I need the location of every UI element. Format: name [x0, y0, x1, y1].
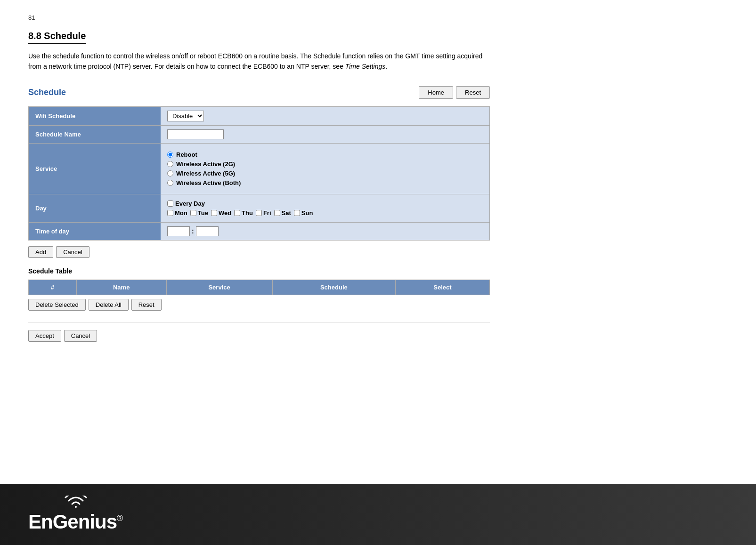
time-of-day-value-cell: : [161, 223, 489, 240]
delete-selected-button[interactable]: Delete Selected [28, 299, 86, 311]
every-day-label[interactable]: Every Day [167, 200, 205, 207]
col-schedule: Schedule [272, 280, 395, 295]
footer: EnGenius ® [0, 484, 756, 545]
table-reset-button[interactable]: Reset [131, 299, 162, 311]
service-wirelessboth-radio[interactable] [167, 180, 173, 186]
service-reboot-label: Reboot [176, 151, 197, 158]
logo-brand-text: EnGenius [28, 511, 117, 533]
accept-button[interactable]: Accept [28, 330, 61, 342]
table-action-buttons: Delete Selected Delete All Reset [28, 299, 490, 311]
schedule-name-value-cell [161, 126, 489, 143]
service-wireless-5g-label: Wireless Active (5G) [176, 170, 235, 177]
schedule-name-row: Schedule Name [29, 126, 489, 144]
every-day-checkbox[interactable] [167, 200, 173, 207]
sat-label[interactable]: Sat [274, 209, 291, 216]
fri-text: Fri [263, 209, 271, 216]
schedule-form: Wifi Schedule Disable Enable Schedule Na… [28, 106, 490, 240]
time-separator: : [192, 227, 194, 235]
time-hour-input[interactable] [167, 226, 190, 236]
thu-label[interactable]: Thu [234, 209, 253, 216]
wed-checkbox[interactable] [211, 210, 217, 216]
sat-text: Sat [282, 209, 291, 216]
days-row: Mon Tue Wed [167, 209, 483, 216]
mon-checkbox[interactable] [167, 210, 173, 216]
page-number: 81 [28, 14, 728, 21]
schedule-name-input[interactable] [167, 129, 224, 139]
col-select: Select [396, 280, 490, 295]
day-label: Day [29, 194, 161, 222]
every-day-row: Every Day [167, 200, 483, 207]
sun-text: Sun [301, 209, 313, 216]
form-cancel-button[interactable]: Cancel [56, 246, 89, 258]
service-wireless-2g-option[interactable]: Wireless Active (2G) [167, 160, 241, 168]
intro-link: Time Settings [345, 63, 385, 70]
service-label: Service [29, 144, 161, 194]
section-heading: 8.8 Schedule [28, 31, 86, 44]
schedule-table-header-row: # Name Service Schedule Select [29, 280, 490, 295]
divider [28, 322, 490, 322]
day-checkbox-group: Every Day Mon Tue [167, 198, 483, 218]
intro-text-end: . [385, 63, 387, 70]
day-value-cell: Every Day Mon Tue [161, 194, 489, 222]
service-wireless-both-option[interactable]: Wireless Active (Both) [167, 179, 241, 186]
time-of-day-label: Time of day [29, 223, 161, 240]
service-wireless-2g-label: Wireless Active (2G) [176, 160, 235, 168]
home-button[interactable]: Home [419, 86, 453, 99]
time-inputs: : [167, 226, 219, 236]
thu-text: Thu [242, 209, 253, 216]
bottom-cancel-button[interactable]: Cancel [64, 330, 97, 342]
schedule-name-label: Schedule Name [29, 126, 161, 143]
mon-label[interactable]: Mon [167, 209, 187, 216]
header-buttons: Home Reset [419, 86, 490, 99]
fri-checkbox[interactable] [256, 210, 262, 216]
content-area: 81 8.8 Schedule Use the schedule functio… [0, 0, 756, 484]
logo-registered: ® [117, 513, 123, 523]
service-radio-group: Reboot Wireless Active (2G) Wireless Act… [167, 147, 241, 190]
tue-label[interactable]: Tue [190, 209, 208, 216]
service-wireless5g-radio[interactable] [167, 170, 173, 176]
fri-label[interactable]: Fri [256, 209, 271, 216]
time-minute-input[interactable] [196, 226, 219, 236]
bottom-buttons: Accept Cancel [28, 330, 490, 342]
service-wireless-both-label: Wireless Active (Both) [176, 179, 241, 186]
delete-all-button[interactable]: Delete All [89, 299, 129, 311]
sun-label[interactable]: Sun [294, 209, 313, 216]
service-wireless-5g-option[interactable]: Wireless Active (5G) [167, 170, 241, 177]
thu-checkbox[interactable] [234, 210, 240, 216]
wifi-schedule-select[interactable]: Disable Enable [167, 111, 204, 121]
wifi-schedule-row: Wifi Schedule Disable Enable [29, 107, 489, 126]
schedule-table-label: Scedule Table [28, 267, 728, 275]
sun-checkbox[interactable] [294, 210, 300, 216]
day-row: Day Every Day Mon [29, 194, 489, 223]
page-wrapper: 81 8.8 Schedule Use the schedule functio… [0, 0, 756, 545]
tue-text: Tue [198, 209, 208, 216]
service-reboot-option[interactable]: Reboot [167, 151, 241, 158]
time-of-day-row: Time of day : [29, 223, 489, 240]
logo-container: EnGenius ® [28, 496, 123, 533]
schedule-table-head: # Name Service Schedule Select [29, 280, 490, 295]
tue-checkbox[interactable] [190, 210, 196, 216]
schedule-header: Schedule Home Reset [28, 86, 490, 99]
col-name: Name [76, 280, 166, 295]
schedule-panel-title: Schedule [28, 88, 66, 97]
schedule-table: # Name Service Schedule Select [28, 280, 490, 295]
every-day-text: Every Day [175, 200, 205, 207]
intro-text: Use the schedule function to control the… [28, 51, 490, 72]
col-number: # [29, 280, 77, 295]
service-value-cell: Reboot Wireless Active (2G) Wireless Act… [161, 144, 489, 194]
logo-text-wrapper: EnGenius ® [28, 511, 123, 533]
service-reboot-radio[interactable] [167, 152, 173, 158]
logo-block: EnGenius ® [28, 496, 123, 533]
wed-label[interactable]: Wed [211, 209, 231, 216]
col-service: Service [166, 280, 272, 295]
wed-text: Wed [219, 209, 231, 216]
mon-text: Mon [175, 209, 187, 216]
wifi-schedule-value: Disable Enable [161, 107, 489, 125]
service-wireless2g-radio[interactable] [167, 161, 173, 167]
wifi-schedule-label: Wifi Schedule [29, 107, 161, 125]
add-button[interactable]: Add [28, 246, 53, 258]
reset-header-button[interactable]: Reset [456, 86, 490, 99]
sat-checkbox[interactable] [274, 210, 280, 216]
add-cancel-buttons: Add Cancel [28, 246, 490, 258]
intro-text-main: Use the schedule function to control the… [28, 52, 482, 70]
